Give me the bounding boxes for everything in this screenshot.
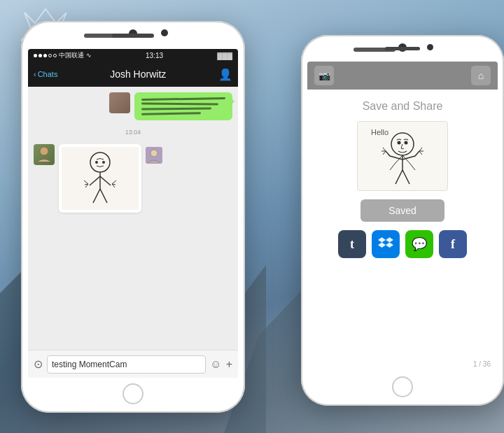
- right-toolbar: 📷 ⌂: [307, 62, 498, 90]
- left-phone-speaker: [112, 34, 154, 38]
- svg-text:Hello: Hello: [371, 128, 388, 136]
- tumblr-icon: t: [350, 237, 354, 252]
- message-input[interactable]: testing MomentCam: [47, 355, 206, 374]
- signal-dot-1: [34, 54, 37, 57]
- saved-button[interactable]: Saved: [360, 199, 444, 222]
- svg-point-4: [95, 161, 98, 164]
- right-phone-screen: 📷 ⌂ New Save and Share Hello: [307, 62, 498, 372]
- sketch-preview: Hello: [357, 121, 448, 191]
- sketch-image: [62, 147, 139, 210]
- back-label: Chats: [38, 70, 58, 78]
- bubble-green: [134, 92, 232, 120]
- chat-title: Josh Horwitz: [110, 69, 166, 80]
- left-phone-frame: 中国联通 ∿ 13:13 ▓▓▓ ‹ Chats Josh Horwitz 👤: [21, 21, 245, 413]
- svg-point-11: [398, 141, 401, 145]
- sender-avatar-face: [34, 144, 55, 165]
- sender-avatar-small-face: [146, 147, 162, 164]
- dropbox-share-button[interactable]: [372, 230, 400, 258]
- user-profile-icon[interactable]: 👤: [218, 68, 232, 81]
- my-avatar-face: [109, 92, 130, 113]
- tumblr-share-button[interactable]: t: [338, 230, 366, 258]
- svg-point-12: [405, 141, 408, 145]
- sketch-and-thumb: [59, 144, 141, 213]
- signal-dot-3: [43, 54, 47, 57]
- left-home-button[interactable]: [122, 383, 144, 404]
- carrier-text: 中国联通: [59, 51, 84, 60]
- message-mine-scribble: [34, 92, 232, 120]
- sketch-bubble: [59, 144, 141, 213]
- facebook-icon: f: [451, 237, 455, 252]
- input-bar[interactable]: ⊙ testing MomentCam ☺ +: [28, 350, 238, 378]
- status-bar: 中国联通 ∿ 13:13 ▓▓▓: [28, 49, 238, 62]
- my-avatar: [109, 92, 130, 113]
- scribble-lines: [141, 98, 225, 115]
- scribble-2: [141, 103, 218, 106]
- back-chevron: ‹: [34, 70, 36, 78]
- scribble-1: [141, 97, 225, 101]
- right-phone: 📷 ⌂ New Save and Share Hello: [301, 35, 504, 406]
- status-time: 13:13: [146, 52, 163, 59]
- voice-button[interactable]: ⊙: [34, 357, 43, 371]
- svg-point-7: [150, 150, 158, 157]
- wifi-icon: ∿: [86, 52, 92, 59]
- sender-avatar: [34, 144, 55, 165]
- right-phone-frame: 📷 ⌂ New Save and Share Hello: [301, 35, 504, 406]
- message-timestamp: 13:04: [34, 129, 232, 136]
- pagination: 1 / 36: [473, 360, 491, 368]
- battery-icon: ▓▓▓: [217, 52, 232, 59]
- scribble-4: [141, 112, 201, 115]
- signal-dot-2: [38, 54, 42, 57]
- wechat-icon: 💬: [412, 236, 427, 252]
- sketch-preview-svg: Hello: [360, 125, 444, 187]
- status-left: 中国联通 ∿: [34, 51, 92, 60]
- save-share-panel: Save and Share Hello: [307, 90, 498, 372]
- left-phone-camera: [161, 29, 168, 36]
- left-phone-screen: 中国联通 ∿ 13:13 ▓▓▓ ‹ Chats Josh Horwitz 👤: [28, 49, 238, 378]
- svg-point-5: [102, 161, 105, 164]
- wechat-header: ‹ Chats Josh Horwitz 👤: [28, 62, 238, 87]
- right-phone-speaker: [385, 47, 420, 50]
- camera-toolbar-icon[interactable]: 📷: [314, 66, 334, 85]
- svg-point-1: [40, 147, 48, 155]
- facebook-share-button[interactable]: f: [439, 230, 467, 258]
- emoji-button[interactable]: ☺: [210, 358, 221, 371]
- back-button[interactable]: ‹ Chats: [34, 70, 57, 78]
- signal-dots: [34, 54, 57, 57]
- add-button[interactable]: +: [226, 358, 232, 371]
- message-sketch-row: [34, 144, 232, 213]
- home-toolbar-icon[interactable]: ⌂: [471, 66, 491, 85]
- wechat-share-button[interactable]: 💬: [405, 230, 433, 258]
- save-share-title: Save and Share: [363, 100, 443, 113]
- scribble-3: [141, 108, 211, 111]
- signal-dot-5: [53, 54, 57, 57]
- sender-avatar-small: [146, 147, 162, 164]
- right-phone-camera: [427, 44, 433, 50]
- signal-dot-4: [48, 54, 52, 57]
- chat-body: 13:04: [28, 87, 238, 350]
- left-phone: 中国联通 ∿ 13:13 ▓▓▓ ‹ Chats Josh Horwitz 👤: [21, 21, 245, 413]
- right-home-button[interactable]: [392, 376, 413, 397]
- dropbox-icon: [378, 235, 393, 254]
- social-icons-row: t 💬 f: [338, 230, 467, 258]
